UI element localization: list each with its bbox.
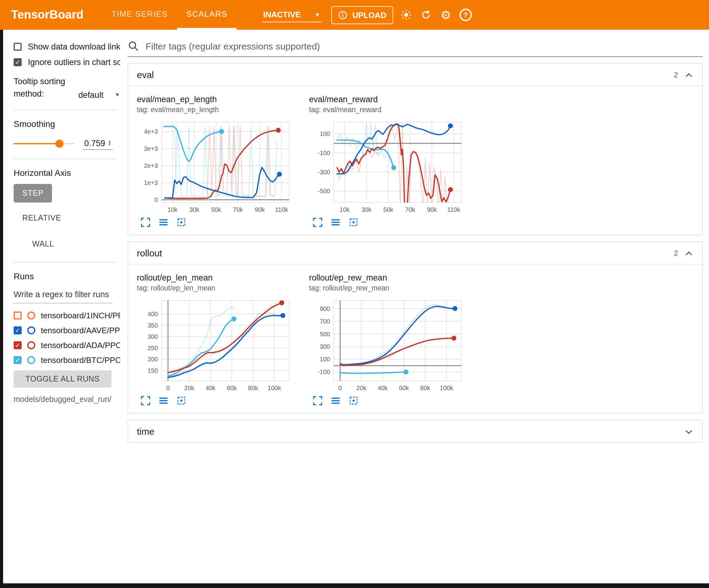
series-tensorboard/AAVE/PPO_1 bbox=[340, 306, 455, 364]
chart-tag: tag: rollout/ep_len_mean bbox=[137, 284, 294, 292]
tag-group-card-eval: eval 2 eval/mean_ep_lengthtag: eval/mean… bbox=[128, 63, 703, 235]
svg-text:150: 150 bbox=[148, 367, 158, 374]
svg-text:30k: 30k bbox=[189, 206, 200, 213]
tab-scalars[interactable]: SCALARS bbox=[177, 0, 237, 30]
refresh-button[interactable] bbox=[419, 8, 433, 22]
tag-group-title: time bbox=[137, 426, 155, 437]
run-color-radio[interactable] bbox=[27, 356, 35, 364]
run-checkbox[interactable] bbox=[14, 311, 22, 319]
chevron-down-icon: ▼ bbox=[315, 11, 320, 18]
fullscreen-chart-button[interactable] bbox=[140, 396, 151, 406]
settings-sidebar: Show data download links ✓ Ignore outlie… bbox=[3, 30, 125, 583]
smoothing-slider-knob[interactable] bbox=[56, 139, 64, 147]
fullscreen-chart-button[interactable] bbox=[313, 396, 323, 406]
window-edge bbox=[0, 30, 3, 588]
stepper-arrows-icon[interactable]: ▲▼ bbox=[108, 140, 111, 146]
ignore-outliers-checkbox[interactable]: ✓ bbox=[14, 58, 22, 66]
tab-time-series[interactable]: TIME SERIES bbox=[102, 0, 177, 30]
divider bbox=[14, 109, 116, 110]
show-download-links-checkbox[interactable] bbox=[14, 43, 22, 51]
brightness-toggle-button[interactable] bbox=[399, 8, 413, 22]
run-checkbox[interactable]: ✓ bbox=[14, 341, 22, 349]
smoothing-slider-fill bbox=[14, 143, 60, 144]
toggle-all-runs-button[interactable]: TOGGLE ALL RUNS bbox=[14, 370, 111, 387]
tag-group-header-eval[interactable]: eval 2 bbox=[128, 64, 702, 86]
ignore-outliers-label: Ignore outliers in chart scaling bbox=[28, 58, 120, 67]
chevron-up-icon[interactable] bbox=[684, 71, 693, 78]
svg-text:0: 0 bbox=[155, 196, 158, 203]
run-color-radio[interactable] bbox=[27, 326, 35, 334]
sync-status-dropdown[interactable]: INACTIVE ▼ bbox=[262, 7, 321, 22]
runs-list: tensorboard/1INCH/PPO_1✓tensorboard/AAVE… bbox=[14, 311, 120, 364]
tag-group-title: eval bbox=[137, 69, 154, 80]
svg-text:-100: -100 bbox=[318, 368, 330, 375]
smoothing-value-input[interactable]: 0.759 ▲▼ bbox=[83, 137, 113, 150]
smoothing-label: Smoothing bbox=[14, 119, 120, 128]
fullscreen-chart-button[interactable] bbox=[313, 218, 323, 227]
chart-plot[interactable]: 10k30k50k70k90k110k01e+32e+33e+34e+3 bbox=[137, 118, 294, 216]
main-tabs: TIME SERIES SCALARS bbox=[102, 0, 237, 30]
chart-toolbar bbox=[309, 218, 466, 227]
runs-label: Runs bbox=[14, 271, 120, 281]
svg-text:4e+3: 4e+3 bbox=[144, 128, 158, 135]
run-checkbox[interactable]: ✓ bbox=[14, 326, 22, 334]
run-checkbox[interactable]: ✓ bbox=[14, 356, 22, 364]
app-title: TensorBoard bbox=[11, 8, 84, 22]
chevron-down-icon[interactable] bbox=[684, 428, 693, 435]
run-label: tensorboard/AAVE/PPO_1 bbox=[41, 326, 120, 335]
axis-option-wall[interactable]: WALL bbox=[24, 234, 62, 253]
run-label: tensorboard/BTC/PPO_1 bbox=[41, 355, 120, 364]
fit-domain-button[interactable] bbox=[349, 218, 359, 227]
fit-domain-button[interactable] bbox=[349, 396, 359, 406]
svg-text:100k: 100k bbox=[440, 385, 453, 391]
chart-plot[interactable]: 020k40k60k80k100k-100100300500700900 bbox=[309, 297, 466, 394]
smoothing-slider[interactable] bbox=[14, 143, 74, 144]
run-label: tensorboard/1INCH/PPO_1 bbox=[41, 311, 120, 320]
runs-filter-input[interactable] bbox=[14, 287, 113, 303]
svg-text:700: 700 bbox=[320, 318, 330, 325]
run-row: ✓tensorboard/ADA/PPO_1 bbox=[14, 340, 120, 350]
svg-text:-300: -300 bbox=[318, 169, 330, 176]
svg-text:110k: 110k bbox=[275, 206, 288, 213]
chart-plot[interactable]: 10k30k50k70k90k110k100-100-300-500 bbox=[309, 118, 466, 216]
tooltip-sorting-dropdown[interactable]: default ▼ bbox=[78, 90, 120, 101]
data-download-button[interactable] bbox=[159, 218, 168, 227]
fit-domain-button[interactable] bbox=[177, 218, 186, 227]
axis-option-step[interactable]: STEP bbox=[14, 184, 52, 202]
run-color-radio[interactable] bbox=[27, 311, 35, 319]
chart-toolbar bbox=[137, 218, 294, 227]
svg-text:50k: 50k bbox=[211, 206, 221, 213]
axis-option-relative[interactable]: RELATIVE bbox=[14, 208, 70, 227]
divider bbox=[14, 262, 116, 262]
help-button[interactable]: ? bbox=[459, 8, 472, 22]
run-label: tensorboard/ADA/PPO_1 bbox=[41, 340, 120, 350]
fit-domain-button[interactable] bbox=[177, 396, 186, 406]
svg-text:100: 100 bbox=[320, 356, 330, 363]
tag-group-card-time: time bbox=[128, 420, 703, 443]
settings-button[interactable]: ⚙ bbox=[439, 8, 453, 22]
svg-text:300: 300 bbox=[320, 343, 330, 350]
chart-title: eval/mean_reward bbox=[309, 95, 466, 104]
tag-group-header-time[interactable]: time bbox=[128, 420, 702, 442]
sun-icon bbox=[401, 9, 412, 21]
data-download-button[interactable] bbox=[159, 396, 168, 406]
svg-text:70k: 70k bbox=[233, 206, 243, 213]
chart-plot[interactable]: 020k40k60k80k100k150200250300350400 bbox=[137, 297, 294, 394]
svg-text:40k: 40k bbox=[206, 385, 216, 391]
upload-button[interactable]: UPLOAD bbox=[331, 6, 393, 24]
fullscreen-chart-button[interactable] bbox=[140, 218, 151, 227]
tag-filter-input[interactable] bbox=[144, 39, 703, 54]
svg-text:1e+3: 1e+3 bbox=[144, 179, 158, 186]
chart-title: rollout/ep_rew_mean bbox=[309, 273, 466, 282]
svg-text:110k: 110k bbox=[447, 206, 461, 213]
tooltip-sorting-label: Tooltip sorting method: bbox=[14, 76, 66, 101]
refresh-icon bbox=[420, 9, 431, 21]
chart-count-badge: 2 bbox=[674, 70, 678, 79]
dashboard-main: eval 2 eval/mean_ep_lengthtag: eval/mean… bbox=[125, 30, 709, 583]
data-download-button[interactable] bbox=[331, 218, 341, 227]
show-download-links-label: Show data download links bbox=[28, 42, 120, 51]
tag-group-header-rollout[interactable]: rollout 2 bbox=[128, 242, 702, 264]
chevron-up-icon[interactable] bbox=[684, 249, 693, 257]
data-download-button[interactable] bbox=[331, 396, 341, 406]
run-color-radio[interactable] bbox=[27, 341, 35, 349]
